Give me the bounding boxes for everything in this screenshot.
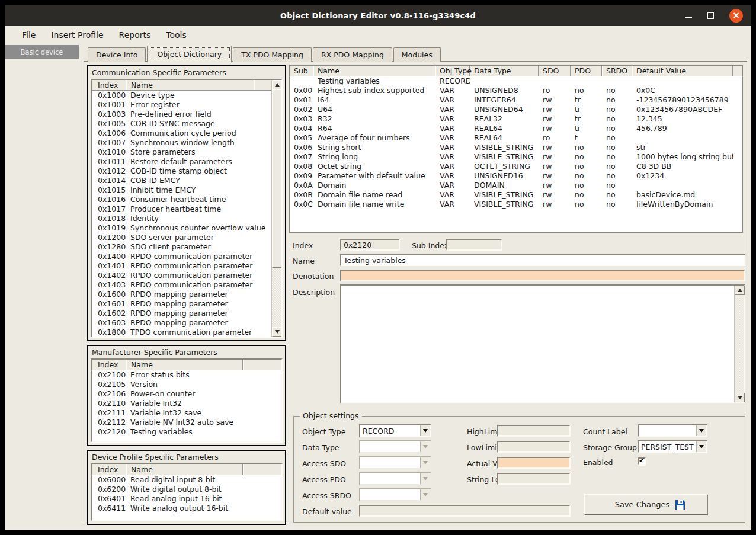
table-column-header-srdo[interactable]: SRDO	[602, 66, 632, 76]
tab-modules[interactable]: Modules	[393, 47, 441, 62]
high-limit-field[interactable]	[497, 425, 571, 437]
table-row[interactable]: 0x00Highest sub-index supportedVARUNSIGN…	[290, 86, 742, 95]
list-item[interactable]: 0x2100Error status bits	[92, 370, 281, 380]
minimize-icon[interactable]	[685, 17, 692, 18]
table-row[interactable]: 0x08Octet stringVAROCTET_STRINGrwnonoC8 …	[290, 162, 742, 171]
scrollbar-up-icon[interactable]	[272, 80, 282, 89]
index-field[interactable]	[340, 239, 400, 251]
list-item[interactable]: 0x2120Testing variables	[92, 427, 281, 437]
table-row[interactable]: 0x09Parameter with default valueVARUNSIG…	[290, 171, 742, 181]
list-item[interactable]: 0x1014COB-ID EMCY	[92, 176, 271, 185]
menu-item-reports[interactable]: Reports	[111, 28, 159, 42]
save-changes-button[interactable]: Save Changes	[584, 494, 707, 515]
table-column-header-pdo[interactable]: PDO	[571, 66, 602, 76]
actual-value-field[interactable]	[497, 457, 571, 469]
access-sdo-select[interactable]	[359, 456, 431, 469]
titlebar[interactable]: Object Dictionary Editor v0.8-116-g3349c…	[5, 5, 751, 26]
enabled-checkbox[interactable]: ✔	[638, 457, 646, 466]
table-row[interactable]: 0x02U64VARUNSIGNED64rwtrno0x1234567890AB…	[290, 105, 742, 114]
tab-device-info[interactable]: Device Info	[88, 47, 146, 62]
list-item[interactable]: 0x1010Store parameters	[92, 148, 271, 157]
list-item[interactable]: 0x1402RPDO communication parameter	[92, 271, 271, 280]
list-item[interactable]: 0x6401Read analog input 16-bit	[92, 494, 281, 504]
list-item[interactable]: 0x1003Pre-defined error field	[92, 110, 271, 119]
list-item[interactable]: 0x1403RPDO communication parameter	[92, 280, 271, 290]
chevron-down-icon[interactable]	[420, 425, 430, 436]
menu-item-file[interactable]: File	[14, 28, 43, 42]
name-field[interactable]	[340, 254, 745, 266]
low-limit-field[interactable]	[497, 441, 571, 453]
column-header-index[interactable]: Index	[92, 80, 126, 90]
list-item[interactable]: 0x1603RPDO mapping parameter	[92, 318, 271, 328]
tab-rx-pdo-mapping[interactable]: RX PDO Mapping	[313, 47, 392, 62]
list-item[interactable]: 0x1006Communication cycle period	[92, 129, 271, 138]
menu-item-tools[interactable]: Tools	[158, 28, 194, 42]
list-item[interactable]: 0x1012COB-ID time stamp object	[92, 166, 271, 176]
list-item[interactable]: 0x6200Write digital output 8-bit	[92, 485, 281, 494]
list-item[interactable]: 0x6000Read digital input 8-bit	[92, 475, 281, 485]
column-header-index[interactable]: Index	[92, 360, 126, 370]
communication-list-scrollbar[interactable]	[271, 80, 281, 337]
table-row[interactable]: 0x06String shortVARVISIBLE_STRINGrwnonos…	[290, 143, 742, 152]
storage-group-select[interactable]: PERSIST_TEST	[638, 440, 707, 453]
list-item[interactable]: 0x1280SDO client parameter	[92, 242, 271, 252]
tab-tx-pdo-mapping[interactable]: TX PDO Mapping	[233, 47, 312, 62]
scrollbar-up-icon[interactable]	[735, 286, 745, 295]
object-type-select[interactable]: RECORD	[359, 424, 431, 437]
close-icon[interactable]	[729, 9, 743, 23]
list-item[interactable]: 0x1007Synchronous window length	[92, 138, 271, 148]
column-header-name[interactable]: Name	[126, 464, 242, 475]
table-column-header-default-value[interactable]: Default Value	[632, 66, 733, 76]
table-row[interactable]: 0x0BDomain file name readVARVISIBLE_STRI…	[290, 190, 742, 200]
list-item[interactable]: 0x1000Device type	[92, 91, 271, 100]
list-item[interactable]: 0x1011Restore default parameters	[92, 157, 271, 166]
data-type-select[interactable]	[359, 440, 431, 453]
list-item[interactable]: 0x1001Error register	[92, 100, 271, 110]
maximize-icon[interactable]	[707, 12, 714, 19]
column-header-name[interactable]: Name	[126, 80, 254, 90]
table-row[interactable]: 0x0ADomainVARDOMAINrwnono	[290, 181, 742, 190]
list-item[interactable]: 0x1800TPDO communication parameter	[92, 328, 271, 337]
scrollbar-down-icon[interactable]	[272, 327, 282, 337]
table-column-header-sdo[interactable]: SDO	[539, 66, 571, 76]
table-column-header-name[interactable]: Name	[313, 66, 435, 76]
list-item[interactable]: 0x2110Variable Int32	[92, 399, 281, 408]
access-srdo-select[interactable]	[359, 488, 431, 501]
table-row[interactable]: 0x05Average of four numbersVARREAL64rotn…	[290, 133, 742, 143]
list-item[interactable]: 0x2105Version	[92, 380, 281, 389]
list-item[interactable]: 0x1016Consumer heartbeat time	[92, 195, 271, 204]
table-row[interactable]: 0x04R64VARREAL64rwtrno456.789	[290, 124, 742, 133]
table-column-header-obj-type[interactable]: Obj Type	[435, 66, 470, 76]
list-item[interactable]: 0x1017Producer heartbeat time	[92, 204, 271, 214]
list-item[interactable]: 0x1401RPDO communication parameter	[92, 261, 271, 271]
table-row[interactable]: Testing variablesRECORD	[290, 76, 742, 86]
column-header-index[interactable]: Index	[92, 464, 126, 475]
tab-object-dictionary[interactable]: Object Dictionary	[147, 46, 232, 62]
default-value-field[interactable]	[359, 505, 571, 517]
table-row[interactable]: 0x03R32VARREAL32rwtrno12.345	[290, 114, 742, 124]
denotation-field[interactable]	[340, 270, 745, 281]
column-header-name[interactable]: Name	[126, 360, 242, 370]
list-item[interactable]: 0x1600RPDO mapping parameter	[92, 290, 271, 299]
table-column-header-data-type[interactable]: Data Type	[470, 66, 539, 76]
string-len-min-field[interactable]	[497, 473, 571, 485]
chevron-down-icon[interactable]	[696, 425, 706, 436]
sidebar-item-basic-device[interactable]: Basic device	[5, 45, 79, 59]
description-scrollbar[interactable]	[734, 286, 744, 402]
list-item[interactable]: 0x1018Identity	[92, 214, 271, 223]
scrollbar-thumb[interactable]	[272, 89, 282, 268]
list-item[interactable]: 0x1200SDO server parameter	[92, 233, 271, 242]
sub-index-field[interactable]	[446, 239, 502, 251]
access-pdo-select[interactable]	[359, 472, 431, 485]
list-item[interactable]: 0x1019Synchronous counter overflow value	[92, 223, 271, 233]
menu-item-insert-profile[interactable]: Insert Profile	[43, 28, 111, 42]
table-row[interactable]: 0x07String longVARVISIBLE_STRINGrwnono10…	[290, 152, 742, 162]
list-item[interactable]: 0x1601RPDO mapping parameter	[92, 299, 271, 309]
list-item[interactable]: 0x1015Inhibit time EMCY	[92, 185, 271, 195]
description-field[interactable]	[341, 286, 734, 402]
list-item[interactable]: 0x1400RPDO communication parameter	[92, 252, 271, 261]
scrollbar-down-icon[interactable]	[735, 393, 745, 402]
chevron-down-icon[interactable]	[696, 441, 706, 452]
list-item[interactable]: 0x2106Power-on counter	[92, 389, 281, 399]
list-item[interactable]: 0x1602RPDO mapping parameter	[92, 309, 271, 318]
